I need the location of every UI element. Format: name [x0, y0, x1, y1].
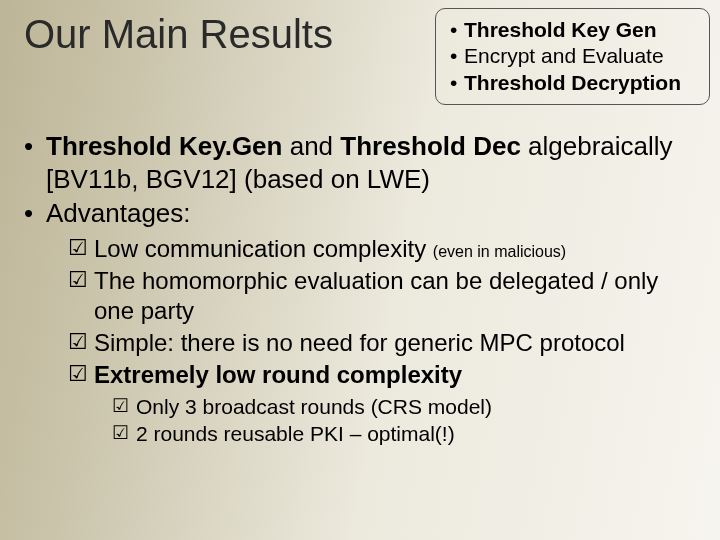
sub-bullet-group: Low communication complexity (even in ma…: [68, 234, 696, 448]
text-segment: Simple: there is no need for generic MPC…: [94, 329, 625, 356]
slide: Our Main Results Threshold Key GenEncryp…: [0, 0, 720, 540]
bullet-icon: [450, 17, 464, 43]
bullet-level2: The homomorphic evaluation can be delega…: [68, 266, 696, 326]
text-segment: 2 rounds reusable PKI – optimal(!): [136, 422, 455, 445]
bullet-content: Only 3 broadcast rounds (CRS model): [136, 394, 696, 420]
check-icon: [112, 421, 136, 447]
callout-item-label: Encrypt and Evaluate: [464, 43, 699, 69]
bullet-icon: [450, 43, 464, 69]
bullet-content: Extremely low round complexity: [94, 360, 696, 390]
check-icon: [68, 360, 94, 390]
text-segment: Advantages:: [46, 198, 191, 228]
text-segment: Low communication complexity: [94, 235, 433, 262]
check-icon: [112, 394, 136, 420]
bullet-level3: 2 rounds reusable PKI – optimal(!): [112, 421, 696, 447]
bullet-content: 2 rounds reusable PKI – optimal(!): [136, 421, 696, 447]
bullet-level1: Advantages:: [24, 197, 696, 230]
bullet-icon: [24, 197, 46, 230]
callout-item: Threshold Key Gen: [450, 17, 699, 43]
bullet-content: Low communication complexity (even in ma…: [94, 234, 696, 264]
check-icon: [68, 328, 94, 358]
text-segment: The homomorphic evaluation can be delega…: [94, 267, 658, 324]
bullet-icon: [450, 70, 464, 96]
slide-title: Our Main Results: [24, 12, 333, 56]
slide-body: Threshold Key.Gen and Threshold Dec alge…: [24, 130, 696, 448]
text-segment: Only 3 broadcast rounds (CRS model): [136, 395, 492, 418]
check-icon: [68, 234, 94, 264]
callout-item: Encrypt and Evaluate: [450, 43, 699, 69]
bullet-level3: Only 3 broadcast rounds (CRS model): [112, 394, 696, 420]
bullet-level2: Simple: there is no need for generic MPC…: [68, 328, 696, 358]
text-segment: Extremely low round complexity: [94, 361, 462, 388]
text-segment: Threshold Key.Gen: [46, 131, 282, 161]
callout-item: Threshold Decryption: [450, 70, 699, 96]
check-icon: [68, 266, 94, 326]
callout-box: Threshold Key GenEncrypt and EvaluateThr…: [435, 8, 710, 105]
callout-item-label: Threshold Decryption: [464, 70, 699, 96]
bullet-content: Advantages:: [46, 197, 696, 230]
bullet-level2: Extremely low round complexity: [68, 360, 696, 390]
text-segment: and: [282, 131, 340, 161]
text-segment: Threshold Dec: [340, 131, 521, 161]
callout-item-label: Threshold Key Gen: [464, 17, 699, 43]
sub-sub-bullet-group: Only 3 broadcast rounds (CRS model)2 rou…: [112, 394, 696, 448]
bullet-content: Simple: there is no need for generic MPC…: [94, 328, 696, 358]
bullet-content: The homomorphic evaluation can be delega…: [94, 266, 696, 326]
bullet-level2: Low communication complexity (even in ma…: [68, 234, 696, 264]
text-segment: (even in malicious): [433, 243, 566, 260]
bullet-level1: Threshold Key.Gen and Threshold Dec alge…: [24, 130, 696, 195]
bullet-icon: [24, 130, 46, 195]
bullet-content: Threshold Key.Gen and Threshold Dec alge…: [46, 130, 696, 195]
